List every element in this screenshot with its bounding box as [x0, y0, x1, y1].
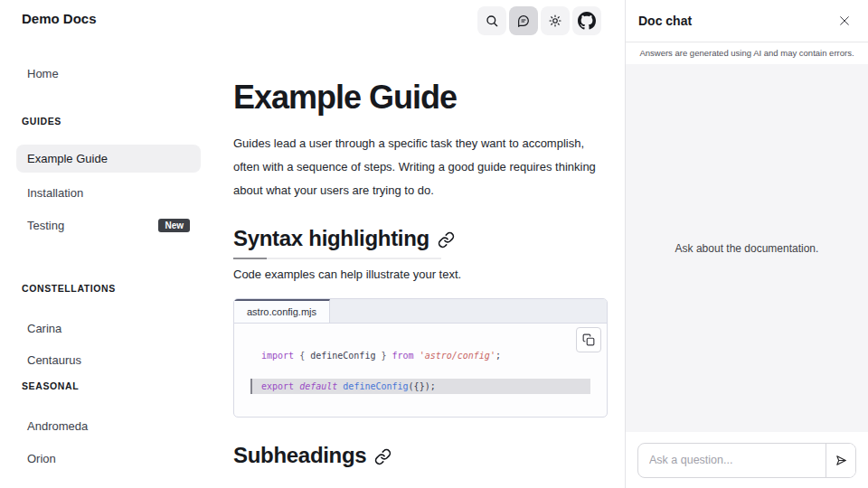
chat-input-container	[637, 443, 856, 478]
copy-button[interactable]	[576, 327, 601, 352]
section-heading-syntax-highlighting: Syntax highlighting	[233, 226, 455, 251]
code-tabbar: astro.config.mjs	[234, 299, 607, 324]
sidebar-item-orion[interactable]: Orion	[16, 445, 201, 473]
sidebar-item-label: Home	[27, 67, 59, 80]
chat-empty-state: Ask about the documentation.	[675, 242, 819, 255]
chat-body: Ask about the documentation.	[626, 64, 868, 432]
new-badge: New	[158, 219, 190, 232]
sidebar-item-label: Orion	[27, 452, 56, 465]
ai-disclaimer: Answers are generated using AI and may c…	[626, 42, 868, 63]
question-input[interactable]	[638, 444, 826, 477]
sidebar-item-label: Carina	[27, 322, 61, 335]
chat-header: Doc chat	[626, 0, 868, 42]
copy-icon	[582, 333, 595, 346]
page-title: Example Guide	[233, 80, 457, 116]
sidebar-item-label: Testing	[27, 219, 64, 232]
code-line: import { defineConfig } from 'astro/conf…	[250, 348, 590, 363]
code-area: import { defineConfig } from 'astro/conf…	[234, 324, 607, 418]
intro-paragraph: Guides lead a user through a specific ta…	[233, 132, 608, 202]
heading-text: Subheadings	[233, 443, 366, 468]
link-icon[interactable]	[374, 448, 392, 465]
send-button[interactable]	[826, 444, 855, 477]
code-tab-filename[interactable]: astro.config.mjs	[234, 299, 330, 323]
main-content: Example Guide Guides lead a user through…	[233, 0, 608, 488]
heading-text: Syntax highlighting	[233, 226, 429, 251]
doc-chat-panel: Doc chat Answers are generated using AI …	[625, 0, 868, 488]
site-title[interactable]: Demo Docs	[22, 11, 97, 26]
sidebar-item-installation[interactable]: Installation	[16, 179, 201, 207]
sidebar-item-home[interactable]: Home	[16, 60, 201, 88]
section1-paragraph: Code examples can help illustrate your t…	[233, 267, 461, 281]
sidebar-item-label: Andromeda	[27, 419, 88, 433]
section-heading-subheadings: Subheadings	[233, 443, 392, 468]
sidebar-item-example-guide[interactable]: Example Guide	[16, 145, 201, 173]
sidebar-item-centaurus[interactable]: Centaurus	[16, 346, 201, 374]
sidebar-item-testing[interactable]: Testing New	[16, 211, 201, 239]
heading-underline	[233, 258, 441, 259]
chat-title: Doc chat	[638, 14, 692, 28]
chat-footer	[626, 432, 868, 488]
code-line-empty	[250, 363, 590, 379]
sidebar-item-label: Centaurus	[27, 353, 81, 367]
close-button[interactable]	[832, 8, 857, 33]
sidebar-group-guides: GUIDES	[22, 116, 61, 127]
code-line-highlighted: export default defineConfig({});	[250, 379, 590, 394]
code-block: astro.config.mjs import { defineConfig }…	[233, 298, 608, 418]
sidebar: Demo Docs Home GUIDES Example Guide Inst…	[0, 0, 208, 488]
close-icon	[837, 14, 852, 28]
sidebar-group-constellations: CONSTELLATIONS	[22, 283, 116, 294]
code-content: import { defineConfig } from 'astro/conf…	[234, 324, 607, 394]
sidebar-item-carina[interactable]: Carina	[16, 314, 201, 343]
sidebar-item-andromeda[interactable]: Andromeda	[16, 412, 201, 440]
sidebar-item-label: Example Guide	[27, 152, 108, 165]
sidebar-item-label: Installation	[27, 186, 83, 200]
sidebar-group-seasonal: SEASONAL	[22, 380, 79, 391]
link-icon[interactable]	[438, 231, 455, 249]
send-icon	[835, 454, 848, 467]
